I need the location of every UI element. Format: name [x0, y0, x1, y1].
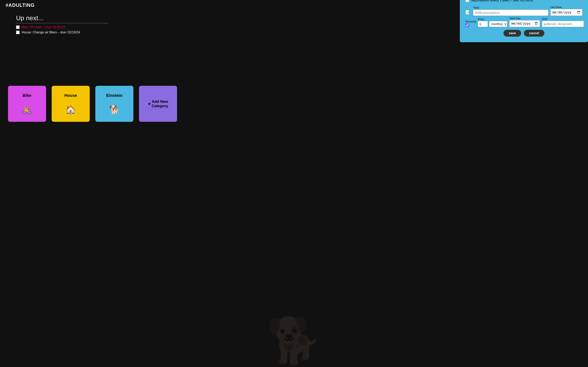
task-list: Bike: Oil chain – due: 01/01/24 House: C… [16, 25, 108, 34]
einstein-tasks: Grooming (every 6 months) – due: 08/14/2… [466, 0, 582, 2]
action-buttons: save cancel [466, 30, 582, 37]
last-done-label: Last Done: [550, 6, 582, 8]
card-title-einstein: Einstein [106, 93, 122, 98]
list-item: House: Change air filters – due: 02/19/2… [16, 31, 108, 34]
card-title-add: Add NewCategory [152, 100, 168, 108]
einstein-panel: Einstein 🐕 Grooming (every 6 months) – d… [460, 0, 588, 42]
form-row-recurring: Recurring Every: month(s) day(s) week(s)… [466, 17, 582, 27]
house-icon: 🏠 [66, 105, 76, 115]
bg-watermark: 🐕 [266, 314, 322, 367]
note-input[interactable] [542, 21, 584, 27]
task-label: *Task: [473, 6, 548, 9]
next-due-group: *Next Due: [509, 17, 540, 27]
list-item: Bike: Oil chain – due: 01/01/24 [16, 25, 108, 29]
every-inputs: month(s) day(s) week(s) year(s) [478, 21, 507, 27]
recurring-label: Recurring [466, 20, 476, 23]
category-card-einstein[interactable]: Einstein 🐕 [95, 86, 133, 122]
last-done-input[interactable] [550, 9, 582, 16]
every-number-input[interactable] [478, 21, 488, 27]
left-panel: Up next... Bike: Oil chain – due: 01/01/… [8, 10, 120, 40]
every-label: Every: [478, 18, 507, 21]
add-title-row: + Add NewCategory [148, 100, 168, 108]
app-title: #ADULTING [6, 2, 35, 8]
task-checkbox-2[interactable] [16, 31, 20, 34]
recurring-checkbox[interactable] [466, 23, 469, 27]
categories-area: Bike 🚴 House 🏠 Einstein 🐕 + Add NewCateg… [0, 80, 588, 128]
card-title-bike: Bike [23, 93, 31, 98]
next-due-label: *Next Due: [509, 17, 540, 20]
every-group: Every: month(s) day(s) week(s) year(s) [478, 18, 507, 27]
bike-icon: 🚴 [22, 105, 32, 115]
task-checkbox-1[interactable] [16, 25, 20, 29]
upnext-section: Up next... Bike: Oil chain – due: 01/01/… [8, 10, 116, 40]
note-group: Note: [542, 18, 584, 27]
task-name-group: *Task: [473, 6, 548, 16]
task-label-1: Bike: Oil chain – due: 01/01/24 [22, 25, 65, 29]
category-card-add-new[interactable]: + Add NewCategory [139, 86, 177, 122]
main-area: Up next... Bike: Oil chain – due: 01/01/… [0, 10, 588, 40]
last-done-group: Last Done: [550, 6, 582, 16]
einstein-card-icon: 🐕 [109, 105, 120, 115]
note-label: Note: [542, 18, 584, 20]
period-select[interactable]: month(s) day(s) week(s) year(s) [489, 21, 507, 27]
cancel-button[interactable]: cancel [524, 30, 544, 37]
upnext-title: Up next... [16, 14, 108, 23]
task-label-2: House: Change air filters – due: 02/19/2… [22, 31, 80, 34]
einstein-task-checkbox-2[interactable] [466, 0, 469, 2]
task-input[interactable] [473, 10, 548, 16]
add-task-form: 📝 *Task: Last Done: Recurring Every: [466, 6, 582, 37]
category-card-bike[interactable]: Bike 🚴 [8, 86, 46, 122]
category-card-house[interactable]: House 🏠 [52, 86, 90, 122]
list-item: Vaccinations (every 1 year) – due: 02/14… [466, 0, 582, 2]
pencil-icon: 📝 [466, 10, 470, 16]
plus-icon: + [148, 101, 151, 107]
card-title-house: House [64, 93, 77, 98]
recurring-group: Recurring [466, 20, 476, 27]
einstein-task-label-2: Vaccinations (every 1 year) – due: 02/14… [471, 0, 533, 2]
next-due-input[interactable] [509, 20, 540, 27]
form-row-task: 📝 *Task: Last Done: [466, 6, 582, 16]
save-button[interactable]: save [503, 30, 521, 37]
